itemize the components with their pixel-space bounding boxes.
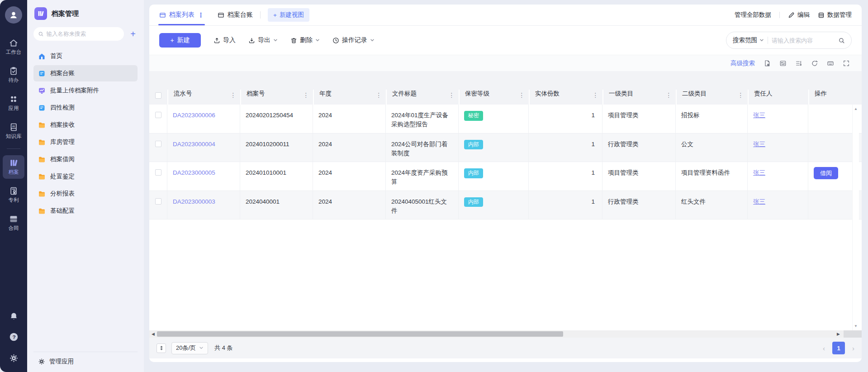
sidebar-add-button[interactable]: + [128, 29, 138, 38]
operation-log-button[interactable]: 操作记录 [332, 36, 375, 44]
rail-item-patent[interactable]: 专利 [3, 183, 24, 207]
avatar[interactable] [5, 6, 22, 24]
new-view-button[interactable]: + 新建视图 [268, 8, 309, 22]
column-header[interactable]: 档案号⋮ [240, 90, 313, 105]
scroll-left-arrow[interactable]: ◀ [152, 332, 155, 336]
column-settings-icon[interactable] [795, 60, 802, 67]
scrollbar-thumb[interactable] [157, 331, 563, 337]
owner-link[interactable]: 张三 [753, 169, 765, 176]
export-button[interactable]: 导出 [248, 36, 278, 44]
column-header[interactable]: 年度⋮ [313, 90, 386, 105]
rail-item-workbench[interactable]: 工作台 [3, 35, 24, 59]
new-button[interactable]: + 新建 [159, 33, 201, 48]
card-view-icon[interactable] [779, 60, 787, 67]
row-checkbox[interactable] [155, 198, 161, 205]
owner-link[interactable]: 张三 [753, 198, 765, 205]
sidebar-item-batch-upload[interactable]: 批量上传档案附件 [33, 82, 138, 99]
sidebar-item-label: 首页 [50, 52, 62, 60]
tab-menu-icon[interactable]: ⋮ [198, 11, 204, 19]
rail-item-contract[interactable]: 合同 [3, 211, 24, 235]
sidebar-search-input[interactable] [47, 31, 119, 37]
column-menu-icon[interactable]: ⋮ [303, 91, 309, 99]
advanced-search-link[interactable]: 高级搜索 [730, 59, 755, 67]
column-header[interactable]: 实体份数⋮ [529, 90, 602, 105]
import-button[interactable]: 导入 [213, 36, 236, 44]
doc-preview-icon[interactable] [764, 60, 771, 67]
page-number-button[interactable]: 1 [832, 342, 845, 354]
sidebar-item-config[interactable]: 基础配置 [33, 203, 138, 219]
serial-link[interactable]: DA2023000006 [173, 112, 215, 119]
sidebar-item-four-checks[interactable]: 四性检测 [33, 100, 138, 116]
prev-page-button[interactable]: ‹ [823, 344, 825, 352]
year-cell: 2024 [313, 191, 386, 219]
rail-item-apps[interactable]: 应用 [3, 91, 24, 115]
column-header[interactable]: 流水号⋮ [167, 90, 240, 105]
column-header[interactable]: 保密等级⋮ [459, 90, 529, 105]
sidebar-search[interactable] [33, 27, 124, 41]
scroll-down-arrow[interactable]: ▼ [854, 324, 858, 328]
table-row[interactable]: DA2023000003 2024040001 2024 20240405001… [149, 191, 862, 220]
table-row[interactable]: DA2023000004 2024010200011 2024 2024公司对各… [149, 134, 862, 162]
gear-icon[interactable] [9, 353, 19, 363]
row-checkbox[interactable] [155, 112, 161, 118]
manage-app-button[interactable]: 管理应用 [33, 352, 138, 367]
keyboard-icon[interactable] [827, 60, 834, 67]
column-menu-icon[interactable]: ⋮ [666, 91, 672, 99]
edit-button[interactable]: 编辑 [788, 11, 810, 19]
serial-link[interactable]: DA2023000005 [173, 169, 215, 176]
table-row[interactable]: DA2023000006 20240201250454 2024 2024年01… [149, 105, 862, 134]
horizontal-scrollbar[interactable]: ◀ ▶ [149, 330, 862, 338]
rail-item-todo[interactable]: 待办 [3, 63, 24, 87]
search-scope-selector[interactable]: 搜索范围 [733, 36, 764, 44]
fullscreen-icon[interactable] [843, 60, 850, 67]
category2-cell: 红头文件 [676, 191, 748, 219]
manage-all-data-button[interactable]: 管理全部数据 [735, 11, 771, 19]
delete-button[interactable]: 删除 [290, 36, 320, 44]
tab-archive-ledger[interactable]: 档案台账 [218, 5, 253, 25]
column-menu-icon[interactable]: ⋮ [449, 91, 455, 99]
scroll-right-arrow[interactable]: ▶ [837, 332, 840, 336]
sidebar-item-ledger[interactable]: 档案台账 [33, 65, 138, 81]
tab-archive-list[interactable]: 档案列表 ⋮ [159, 5, 204, 25]
rail-item-knowledge[interactable]: AI 知识库 [3, 119, 24, 143]
search-input[interactable] [772, 37, 835, 44]
select-all-checkbox[interactable] [155, 92, 161, 99]
row-height-button[interactable] [157, 343, 166, 353]
search-icon[interactable] [838, 37, 845, 44]
folder-icon [38, 121, 46, 129]
sidebar-item-warehouse[interactable]: 库房管理 [33, 134, 138, 150]
column-header[interactable]: 责任人 [748, 90, 808, 105]
refresh-icon[interactable] [811, 60, 818, 67]
sidebar-item-receive[interactable]: 档案接收 [33, 117, 138, 133]
sidebar-item-borrow[interactable]: 档案借阅 [33, 151, 138, 167]
column-menu-icon[interactable]: ⋮ [738, 91, 744, 99]
column-menu-icon[interactable]: ⋮ [519, 91, 525, 99]
sidebar-item-home[interactable]: 首页 [33, 48, 138, 64]
category1-cell: 行政管理类 [602, 191, 676, 219]
bell-icon[interactable] [9, 311, 19, 320]
row-checkbox[interactable] [155, 141, 161, 147]
column-menu-icon[interactable]: ⋮ [376, 91, 382, 99]
column-header[interactable]: 文件标题⋮ [386, 90, 459, 105]
vertical-scrollbar[interactable]: ▲ ▼ [852, 105, 859, 330]
column-header[interactable]: 二级类目⋮ [676, 90, 748, 105]
row-checkbox[interactable] [155, 169, 161, 176]
sidebar-item-reports[interactable]: 分析报表 [33, 186, 138, 202]
scroll-up-arrow[interactable]: ▲ [854, 107, 858, 111]
rail-item-archive[interactable]: 档案 [3, 155, 24, 179]
help-icon[interactable]: ? [9, 332, 19, 342]
serial-link[interactable]: DA2023000003 [173, 198, 215, 205]
next-page-button[interactable]: › [852, 344, 854, 352]
owner-link[interactable]: 张三 [753, 112, 765, 119]
sidebar-item-disposal[interactable]: 处置鉴定 [33, 168, 138, 185]
owner-link[interactable]: 张三 [753, 141, 765, 148]
table-row[interactable]: DA2023000005 202401010001 2024 2024年度资产采… [149, 162, 862, 191]
column-menu-icon[interactable]: ⋮ [230, 91, 237, 99]
view-tabs-bar: 档案列表 ⋮ 档案台账 + 新建视图 管理全部数据 [149, 5, 862, 26]
serial-link[interactable]: DA2023000004 [173, 141, 215, 148]
borrow-button[interactable]: 借阅 [814, 167, 838, 179]
data-manage-button[interactable]: 数据管理 [818, 11, 852, 19]
page-size-select[interactable]: 20条/页 [171, 342, 208, 354]
column-header[interactable]: 一级类目⋮ [602, 90, 676, 105]
column-menu-icon[interactable]: ⋮ [593, 91, 599, 99]
